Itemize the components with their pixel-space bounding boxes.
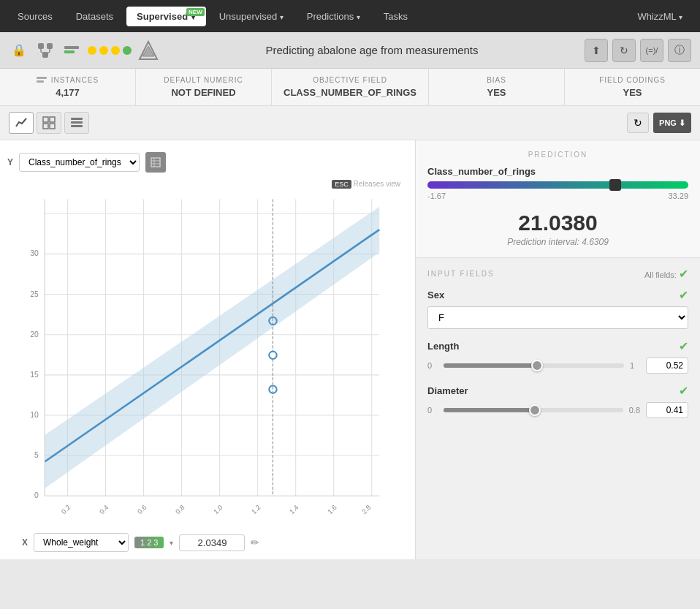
y-axis-controls: Y Class_number_of_rings [7, 152, 408, 173]
svg-text:25: 25 [30, 290, 39, 298]
view-controls: ↻ PNG ⬇ [0, 106, 700, 140]
chart-visualization: 0 5 10 15 20 25 30 0.2 0.4 0.6 0.8 1.0 1… [22, 191, 395, 527]
x-badge: 1 2 3 [134, 537, 164, 548]
svg-text:1.2: 1.2 [250, 504, 262, 515]
view-list-btn[interactable] [64, 112, 89, 134]
svg-text:20: 20 [30, 330, 39, 338]
field-sex-header: Sex ✔ [427, 288, 688, 302]
field-length-label: Length [427, 341, 459, 352]
svg-text:30: 30 [30, 250, 39, 258]
model-icon[interactable] [35, 40, 56, 61]
field-diameter-input[interactable]: 0.41 [646, 402, 688, 418]
formula-icon[interactable]: (=)/ [640, 39, 663, 62]
field-diameter-check[interactable]: ✔ [679, 384, 688, 398]
field-length-header: Length ✔ [427, 339, 688, 353]
field-length-max: 1 [630, 361, 640, 370]
lock-icon[interactable]: 🔒 [9, 40, 29, 61]
field-length-thumb[interactable] [531, 360, 543, 371]
svg-rect-1 [47, 43, 53, 49]
nav-sources[interactable]: Sources [7, 7, 63, 26]
nav-unsupervised[interactable]: Unsupervised ▾ [209, 7, 294, 26]
svg-text:0.8: 0.8 [174, 504, 186, 515]
svg-rect-0 [38, 43, 44, 49]
field-row-sex: Sex ✔ F M I [427, 288, 688, 329]
toolbar: 🔒 Predicting abalone age from measuremen… [0, 32, 700, 69]
nav-tasks[interactable]: Tasks [373, 7, 418, 26]
all-fields-label: All fields: ✔ [644, 267, 688, 281]
prediction-interval: Prediction interval: 4.6309 [427, 237, 688, 247]
field-diameter-min: 0 [427, 406, 438, 415]
field-diameter-fill [444, 408, 535, 412]
field-diameter-slider-row: 0 0.8 0.41 [427, 402, 688, 418]
x-dropdown-arrow[interactable]: ▾ [170, 539, 173, 547]
nav-datasets[interactable]: Datasets [66, 7, 123, 26]
nav-whizzml[interactable]: WhizzML ▾ [627, 7, 693, 26]
svg-point-61 [269, 352, 276, 359]
svg-text:1.6: 1.6 [326, 504, 338, 515]
refresh-icon[interactable]: ↻ [612, 39, 636, 62]
x-edit-icon[interactable]: ✏ [251, 537, 259, 548]
dot-1 [88, 46, 96, 55]
field-diameter-track[interactable] [444, 408, 623, 412]
predictions-arrow: ▾ [357, 13, 360, 21]
progress-dots [88, 46, 132, 55]
svg-rect-8 [64, 50, 75, 53]
svg-text:0.6: 0.6 [136, 504, 148, 515]
field-row-length: Length ✔ 0 1 0.52 [427, 339, 688, 374]
field-length-min: 0 [427, 361, 438, 370]
field-codings-value: YES [577, 87, 688, 98]
stat-field-codings: FIELD CODINGS YES [565, 69, 700, 105]
instances-value: 4,177 [12, 87, 123, 98]
all-fields-check[interactable]: ✔ [679, 268, 688, 280]
bias-value: YES [441, 87, 552, 98]
data-icon[interactable] [61, 40, 82, 61]
svg-line-58 [45, 230, 379, 461]
view-right-actions: ↻ PNG ⬇ [627, 113, 691, 133]
view-chart-btn[interactable] [9, 112, 34, 134]
y-settings-btn[interactable] [145, 152, 166, 173]
x-axis-label: X [22, 537, 28, 548]
svg-text:0.4: 0.4 [98, 504, 110, 515]
right-panel: PREDICTION Class_number_of_rings -1.67 3… [415, 140, 700, 559]
nav-predictions[interactable]: Predictions ▾ [297, 7, 370, 26]
prediction-section-title: PREDICTION [427, 151, 688, 159]
x-field-select[interactable]: Whole_weight [34, 533, 129, 552]
svg-rect-19 [71, 125, 83, 127]
chart-refresh-btn[interactable]: ↻ [627, 113, 649, 133]
field-sex-label: Sex [427, 290, 444, 300]
field-sex-check[interactable]: ✔ [679, 288, 688, 302]
prediction-value: 21.0380 [427, 211, 688, 235]
svg-rect-11 [37, 77, 47, 79]
field-diameter-thumb[interactable] [529, 404, 541, 416]
nav-supervised[interactable]: Supervised NEW ▾ [126, 7, 206, 26]
png-download-btn[interactable]: PNG ⬇ [653, 113, 691, 133]
field-length-track[interactable] [444, 363, 624, 368]
field-diameter-label: Diameter [427, 385, 468, 396]
svg-text:0.2: 0.2 [60, 504, 72, 515]
x-value-display: 2.0349 [179, 534, 245, 551]
pred-range-max: 33.29 [668, 192, 688, 200]
svg-rect-12 [37, 80, 44, 83]
svg-rect-15 [43, 124, 48, 129]
svg-rect-18 [71, 121, 83, 124]
upload-icon[interactable]: ⬆ [585, 39, 608, 62]
y-field-select[interactable]: Class_number_of_rings [19, 153, 140, 172]
dot-3 [111, 46, 120, 55]
svg-rect-16 [50, 124, 55, 129]
prediction-slider-thumb[interactable] [609, 179, 621, 191]
view-grid-btn[interactable] [37, 112, 61, 134]
stat-bias: BIAS YES [429, 69, 565, 105]
svg-text:5: 5 [34, 452, 39, 460]
chart-svg: 0 5 10 15 20 25 30 0.2 0.4 0.6 0.8 1.0 1… [22, 191, 395, 527]
y-axis-label: Y [7, 157, 13, 167]
info-icon[interactable]: ⓘ [668, 39, 691, 62]
supervised-badge: NEW [186, 8, 205, 16]
field-length-input[interactable]: 0.52 [646, 358, 688, 374]
field-length-check[interactable]: ✔ [679, 339, 688, 353]
prediction-slider-track[interactable] [427, 181, 688, 189]
svg-rect-20 [151, 158, 160, 167]
field-sex-select[interactable]: F M I [427, 306, 688, 329]
stats-bar: INSTANCES 4,177 DEFAULT NUMERIC NOT DEFI… [0, 69, 700, 106]
svg-text:10: 10 [30, 412, 39, 420]
esc-hint: ESC Releases view [7, 180, 408, 188]
